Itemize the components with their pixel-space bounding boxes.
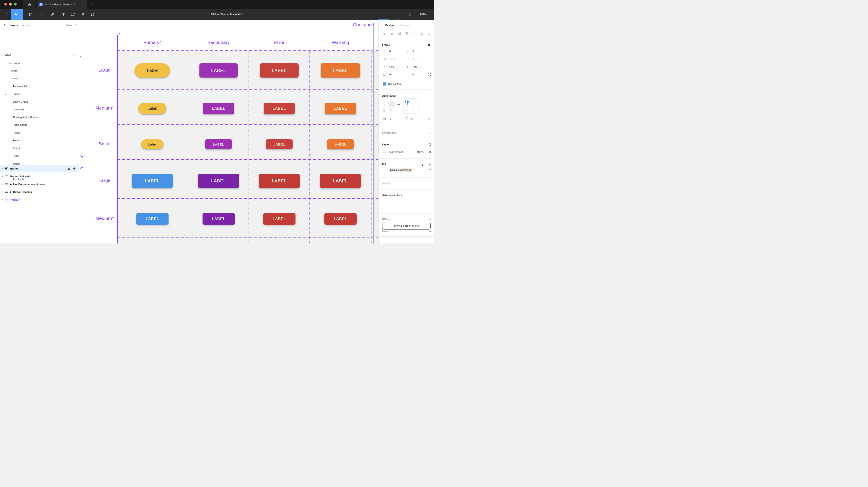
- home-tab[interactable]: [23, 0, 36, 9]
- canvas-button[interactable]: LABEL: [324, 213, 356, 225]
- pen-tool-button[interactable]: [49, 9, 56, 20]
- canvas[interactable]: Contained Primary* Secondary Error Warni…: [80, 20, 378, 244]
- alignment-matrix[interactable]: [403, 98, 418, 113]
- vertical-padding-value[interactable]: 0: [411, 117, 412, 120]
- collapse-arrow-icon[interactable]: ↓: [9, 76, 11, 81]
- layer-visibility-eye-icon[interactable]: [428, 151, 431, 154]
- canvas-button[interactable]: Label: [141, 139, 163, 149]
- sidebar-page-checkbox[interactable]: Checkbox: [13, 107, 24, 112]
- blend-mode-chevron-icon[interactable]: ⌄: [406, 151, 407, 154]
- add-export-icon[interactable]: +: [429, 229, 431, 233]
- rotation-value[interactable]: 0°: [389, 73, 392, 76]
- frame-type-chevron-icon[interactable]: ⌄: [391, 44, 393, 46]
- sidebar-page-forms[interactable]: Forms: [13, 138, 20, 143]
- present-chevron-icon[interactable]: ⌄: [415, 13, 417, 16]
- independent-corners-icon[interactable]: [428, 73, 431, 76]
- h-sizing-chevron-icon[interactable]: ⌄: [396, 66, 398, 68]
- gap-value[interactable]: 0: [390, 109, 391, 111]
- frame-title[interactable]: Contained: [353, 22, 374, 27]
- layer-row-button-loading[interactable]: ▸ ▶ Button: loading: [0, 188, 80, 196]
- direction-horizontal-selected[interactable]: →: [389, 101, 395, 107]
- frame-tool-button[interactable]: [27, 9, 33, 20]
- sidebar-page-autocomplete[interactable]: Autocomplete: [13, 84, 28, 89]
- add-layout-grid-icon[interactable]: +: [429, 131, 431, 135]
- tab-layers[interactable]: Layers: [10, 24, 18, 27]
- frame-section-header[interactable]: Frame: [382, 43, 390, 46]
- direction-vertical-icon[interactable]: ↓: [383, 103, 385, 106]
- canvas-button[interactable]: LABEL: [320, 174, 361, 188]
- add-page-icon[interactable]: +: [73, 53, 75, 57]
- tab-design[interactable]: Design: [385, 24, 394, 27]
- opacity-value[interactable]: 100%: [417, 151, 423, 153]
- v-sizing-value[interactable]: Hug: [412, 65, 417, 68]
- present-play-icon[interactable]: ▷: [409, 13, 411, 16]
- corner-radius-value[interactable]: 0: [412, 73, 414, 76]
- layer-row-button[interactable]: ▸ Button: [0, 165, 80, 172]
- clip-content-checkbox[interactable]: ✓: [383, 83, 386, 86]
- shape-tool-button[interactable]: [38, 9, 44, 20]
- wrap-icon[interactable]: ↩: [397, 103, 400, 106]
- text-tool-button[interactable]: T: [60, 9, 67, 20]
- expand-chevron-icon[interactable]: ▸: [2, 183, 3, 185]
- new-tab-icon[interactable]: +: [91, 2, 93, 6]
- fill-color-swatch[interactable]: [383, 169, 386, 172]
- add-effect-icon[interactable]: +: [429, 218, 431, 221]
- layer-row-iconbutton-account-menu[interactable]: ▸ ▶ IconButton: account menu: [0, 180, 80, 188]
- align-v-center-icon[interactable]: [413, 32, 416, 36]
- remove-fill-icon[interactable]: −: [429, 168, 431, 171]
- tab-prototype[interactable]: Prototype: [400, 24, 411, 27]
- sidebar-page-button-group[interactable]: Button Group: [13, 99, 28, 104]
- layer-row-button-full-width[interactable]: ▸ Button: full width: [0, 172, 80, 180]
- canvas-button[interactable]: LABEL: [264, 103, 295, 114]
- align-top-icon[interactable]: [405, 32, 409, 36]
- align-h-center-icon[interactable]: [390, 32, 394, 36]
- sidebar-page-slider[interactable]: Slider: [13, 154, 19, 158]
- hand-tool-button[interactable]: [80, 9, 86, 20]
- zoom-level[interactable]: 181%: [420, 13, 427, 16]
- sidebar-page-select[interactable]: Select: [13, 146, 20, 151]
- align-right-icon[interactable]: [398, 32, 401, 36]
- canvas-button[interactable]: LABEL: [266, 139, 292, 149]
- add-fill-icon[interactable]: +: [429, 162, 431, 166]
- canvas-button[interactable]: LABEL: [320, 63, 360, 77]
- canvas-button[interactable]: LABEL: [260, 63, 299, 77]
- tab-assets[interactable]: Assets: [22, 24, 30, 27]
- canvas-button[interactable]: Label: [138, 103, 166, 114]
- canvas-button[interactable]: LABEL: [136, 213, 168, 225]
- pen-tool-chevron-icon[interactable]: ⌄: [56, 13, 58, 16]
- canvas-button[interactable]: Label: [134, 63, 170, 77]
- canvas-button[interactable]: LABEL: [205, 139, 232, 149]
- shape-tool-chevron-icon[interactable]: ⌄: [45, 13, 47, 16]
- canvas-scrollbar[interactable]: [373, 27, 374, 244]
- main-menu-chevron-icon[interactable]: ⌄: [9, 13, 11, 16]
- show-selection-colors-button[interactable]: Show selection colors: [382, 222, 431, 229]
- search-icon[interactable]: [4, 24, 7, 27]
- distribute-menu-icon[interactable]: ⌄: [428, 32, 433, 36]
- expand-chevron-icon[interactable]: ▸: [2, 199, 3, 201]
- document-title[interactable]: MUI for Figma - Material UI: [150, 9, 304, 20]
- h-sizing-value[interactable]: Hug: [389, 65, 394, 68]
- canvas-button[interactable]: LABEL: [203, 103, 234, 114]
- fill-token-chip[interactable]: background/default: [389, 168, 413, 172]
- move-tool-chevron-icon[interactable]: ⌄: [19, 13, 21, 15]
- window-more-icon[interactable]: ···: [427, 2, 430, 5]
- canvas-button[interactable]: LABEL: [263, 213, 296, 225]
- add-stroke-icon[interactable]: +: [429, 182, 431, 186]
- canvas-button[interactable]: LABEL: [132, 174, 173, 188]
- align-bottom-icon[interactable]: [421, 32, 424, 36]
- canvas-button[interactable]: LABEL: [199, 63, 238, 77]
- horizontal-padding-value[interactable]: 0: [390, 117, 391, 120]
- sidebar-page-inputs[interactable]: ↓Inputs: [9, 76, 19, 81]
- independent-padding-icon[interactable]: [428, 117, 431, 120]
- v-sizing-chevron-icon[interactable]: ⌄: [420, 66, 422, 68]
- w-value[interactable]: 4541: [389, 58, 395, 60]
- resources-tool-button[interactable]: [70, 9, 76, 20]
- expand-chevron-icon[interactable]: ▸: [2, 191, 3, 193]
- move-tool-button[interactable]: ⌄: [11, 9, 23, 20]
- layer-row-menu-instance[interactable]: ▸ <Menu>: [0, 196, 80, 203]
- comment-tool-button[interactable]: [89, 9, 96, 20]
- traffic-zoom-button[interactable]: [14, 3, 17, 5]
- sidebar-page-fab[interactable]: Floating Action Button: [13, 115, 38, 120]
- canvas-button[interactable]: LABEL: [203, 213, 235, 225]
- sidebar-page-overview[interactable]: Overview: [9, 61, 20, 66]
